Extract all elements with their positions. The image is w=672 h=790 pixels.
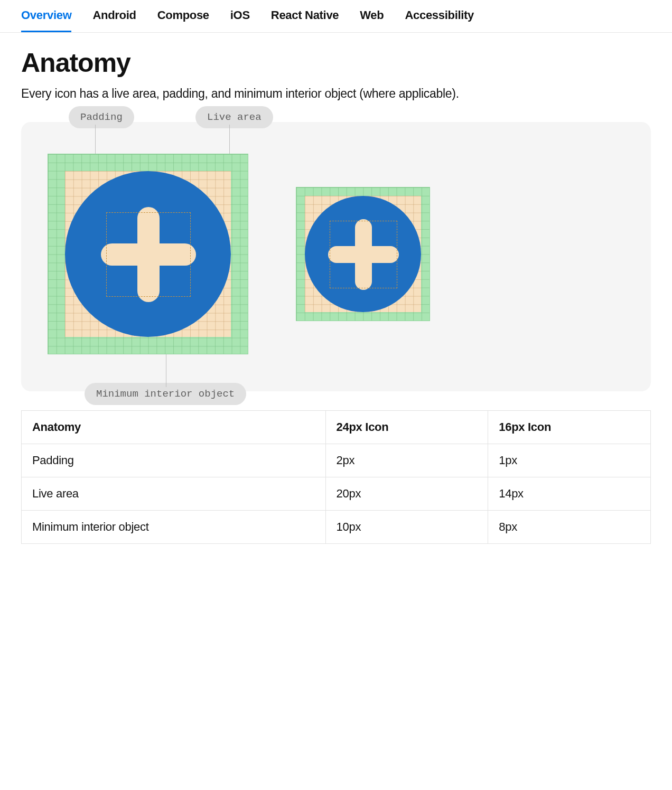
anatomy-table: Anatomy 24px Icon 16px Icon Padding 2px …	[21, 410, 651, 544]
table-cell: 20px	[325, 477, 488, 511]
tab-android[interactable]: Android	[92, 0, 136, 32]
table-cell: 14px	[488, 477, 651, 511]
icon-16px	[296, 187, 430, 321]
table-row: Padding 2px 1px	[22, 444, 651, 477]
table-cell: Live area	[22, 477, 326, 511]
tab-web[interactable]: Web	[360, 0, 384, 32]
icon-16-wrapper	[296, 187, 430, 321]
table-cell: 8px	[488, 511, 651, 544]
table-cell: Minimum interior object	[22, 511, 326, 544]
icon-24px	[48, 154, 248, 354]
table-cell: 2px	[325, 444, 488, 477]
table-row: Live area 20px 14px	[22, 477, 651, 511]
table-header: 16px Icon	[488, 411, 651, 444]
interior-object-outline	[106, 212, 191, 297]
tab-react-native[interactable]: React Native	[271, 0, 339, 32]
table-header: Anatomy	[22, 411, 326, 444]
tab-ios[interactable]: iOS	[230, 0, 250, 32]
table-row: Minimum interior object 10px 8px	[22, 511, 651, 544]
tabs-nav: Overview Android Compose iOS React Nativ…	[0, 0, 672, 33]
tab-compose[interactable]: Compose	[157, 0, 209, 32]
tab-overview[interactable]: Overview	[21, 0, 71, 32]
anatomy-diagram: Padding Live area Minimum interior objec…	[21, 122, 651, 391]
table-cell: 10px	[325, 511, 488, 544]
label-live-area: Live area	[195, 106, 273, 128]
tab-accessibility[interactable]: Accessibility	[405, 0, 474, 32]
page-title: Anatomy	[21, 48, 651, 78]
lead-text: Every icon has a live area, padding, and…	[21, 87, 651, 101]
table-header: 24px Icon	[325, 411, 488, 444]
icon-24-wrapper: Padding Live area Minimum interior objec…	[48, 154, 248, 354]
interior-object-outline	[330, 221, 397, 288]
table-cell: 1px	[488, 444, 651, 477]
label-padding: Padding	[69, 106, 134, 128]
table-cell: Padding	[22, 444, 326, 477]
